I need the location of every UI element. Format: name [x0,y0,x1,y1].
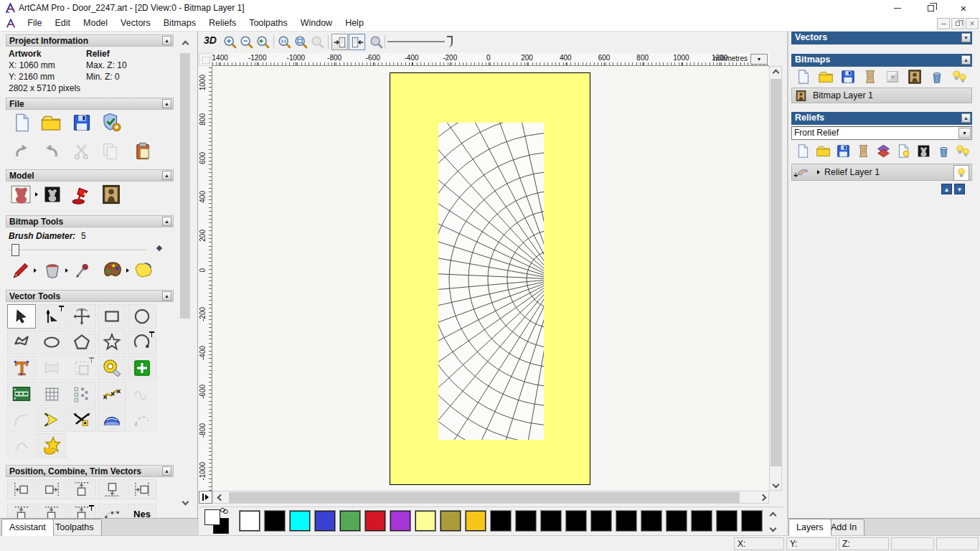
open-relief-layer-button[interactable] [816,143,831,159]
colour-swatch[interactable] [365,511,385,531]
collapse-bitmap-tools-button[interactable]: ▲ [162,217,171,226]
new-bitmap-layer-button[interactable] [796,69,811,85]
create-arc-tool[interactable] [128,330,156,354]
zoom-1to1-button[interactable] [276,34,293,50]
set-model-size-flyout[interactable] [35,192,38,197]
fit-polyline-tool[interactable] [128,382,156,406]
relief-combo-dropdown-button[interactable]: ▼ [958,128,971,138]
paint-flyout[interactable] [34,268,37,273]
menu-item-vectors[interactable]: Vectors [114,16,157,31]
tab-layers[interactable]: Layers [788,519,831,536]
colour-swatch[interactable] [692,511,712,531]
collapse-reliefs-section-button[interactable]: ▲ [961,113,971,123]
texture-flood-button[interactable] [133,260,154,281]
assistant-scrollbar-thumb[interactable] [180,53,190,319]
menu-item-model[interactable]: Model [77,16,114,31]
free-form-curve-tool[interactable] [128,408,156,432]
create-medical-cross-tool[interactable] [128,356,156,380]
bitmap-to-relief-button[interactable] [907,69,923,85]
paint-button[interactable] [10,260,32,281]
node-editing-tool[interactable] [37,304,66,329]
ruler-units-dropdown[interactable]: ▼ [750,54,768,65]
colour-swatch[interactable] [516,511,536,531]
toggle-3d-view-button[interactable]: 3D [204,34,217,46]
new-model-button[interactable] [11,112,33,133]
measure-tool[interactable] [98,356,126,380]
vertical-scrollbar-thumb[interactable] [771,79,781,466]
block-copy-tool[interactable] [67,382,96,406]
move-layer-up-button[interactable]: ▲ [941,184,952,194]
colour-palette-flyout[interactable] [126,268,129,273]
colour-swatch[interactable] [290,511,310,531]
colour-swatch[interactable] [315,511,335,531]
create-rectangle-tool[interactable] [98,304,126,329]
toggle-all-bitmaps-visibility-button[interactable] [951,69,967,85]
menu-item-help[interactable]: Help [339,16,370,31]
colour-swatch[interactable] [666,511,687,531]
move-layer-down-button[interactable]: ▼ [954,184,965,194]
line-width-slider-track[interactable] [387,41,445,42]
assistant-scrollbar[interactable] [179,39,191,507]
zoom-object-button[interactable] [309,34,326,50]
zoom-lens-button[interactable] [368,34,385,50]
menu-item-reliefs[interactable]: Reliefs [202,16,242,31]
centre-top-button-2[interactable] [37,504,66,518]
wrap-star-tool[interactable] [37,433,66,458]
close-button[interactable]: × [947,0,980,16]
scroll-left-button[interactable] [215,491,226,503]
paste-button[interactable] [132,141,154,162]
canvas-horizontal-scrollbar[interactable] [212,491,769,504]
delete-relief-layer-button[interactable] [936,143,951,159]
snap-page-left-toggle[interactable] [331,34,348,50]
colour-palette-button[interactable] [102,260,123,281]
undo-button[interactable] [11,141,33,162]
distort-vectors-tool[interactable] [37,382,66,406]
assistant-scroll-up-button[interactable] [181,39,189,49]
relief-layer-visibility-button[interactable] [953,165,969,181]
menu-item-toolpaths[interactable]: Toolpaths [242,16,294,31]
save-relief-layer-button[interactable] [836,143,851,159]
merge-bitmap-layers-button[interactable] [862,69,878,85]
create-section-tool[interactable] [7,433,36,458]
menu-item-edit[interactable]: Edit [49,16,77,31]
save-model-button[interactable] [71,112,93,133]
scroll-right-button[interactable] [757,491,768,503]
relief-layer-expand-arrow[interactable] [817,170,820,174]
text-on-curve-tool[interactable] [7,382,36,406]
copy-button[interactable] [100,141,121,162]
palette-scroll-up-button[interactable] [771,510,776,520]
align-bottom-button[interactable] [98,479,126,499]
extrude-tool[interactable] [98,408,126,432]
colour-swatch[interactable] [240,511,260,531]
zoom-out-button[interactable] [238,34,255,50]
collapse-model-section-button[interactable]: ▲ [162,171,171,180]
flood-fill-flyout[interactable] [65,268,68,273]
colour-swatch[interactable] [440,511,461,531]
primary-secondary-colour-widget[interactable] [204,509,230,534]
envelope-distortion-tool[interactable] [37,356,66,380]
relief-select-combo[interactable]: Front Relief ▼ [791,126,972,140]
open-model-button[interactable] [40,112,62,133]
toggle-all-reliefs-visibility-button[interactable] [955,143,970,159]
colour-swatch[interactable] [466,511,486,531]
create-ellipse-tool[interactable] [37,330,66,354]
set-model-size-button[interactable] [10,184,32,205]
colour-swatch[interactable] [641,511,661,531]
align-right-button[interactable] [37,479,66,499]
line-width-slider-handle[interactable] [447,36,453,47]
collapse-project-information-button[interactable]: ▲ [162,36,171,45]
menu-item-window[interactable]: Window [294,16,339,31]
tab-assistant[interactable]: Assistant [1,519,54,536]
canvas-vertical-scrollbar[interactable] [769,66,782,491]
select-vectors-tool[interactable] [7,304,36,329]
fit-arcs-tool[interactable] [7,408,36,432]
colour-swatch[interactable] [541,511,561,531]
nesting-button[interactable]: Nes [128,504,156,518]
expand-vectors-section-button[interactable]: ▼ [961,33,971,42]
zoom-in-button[interactable] [222,34,238,50]
colour-swatch[interactable] [717,511,737,531]
mdi-minimize-button[interactable] [937,18,950,29]
collapse-bitmaps-section-button[interactable]: ▲ [961,55,971,65]
greyscale-layer-button[interactable] [885,69,900,85]
link-colours-icon[interactable] [220,508,229,514]
